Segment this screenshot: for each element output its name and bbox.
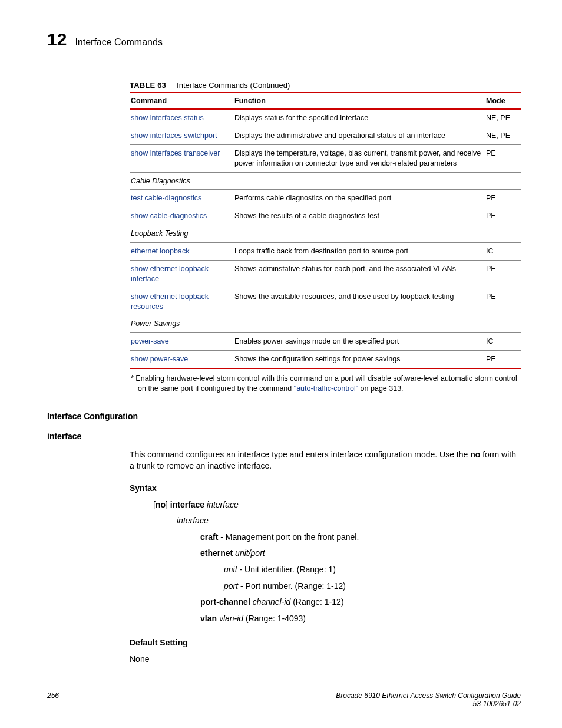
syntax-arg: interface <box>204 500 239 509</box>
table-row: show interfaces switchportDisplays the a… <box>130 127 521 144</box>
command-link[interactable]: show ethernet loopback resources <box>131 292 209 311</box>
syntax-no: no <box>156 500 166 509</box>
command-cell: show interfaces transceiver <box>130 144 233 172</box>
default-setting-heading: Default Setting <box>130 637 521 649</box>
pc-kw: port-channel <box>200 597 250 607</box>
mode-cell: PE <box>485 190 521 207</box>
table-row: show interfaces transceiverDisplays the … <box>130 144 521 172</box>
command-cell: show cable-diagnostics <box>130 207 233 225</box>
table-body: show interfaces statusDisplays status fo… <box>130 109 521 368</box>
mode-cell: PE <box>485 260 521 288</box>
unit-desc: - Unit identifier. (Range: 1) <box>237 565 336 574</box>
chapter-number: 12 <box>47 29 67 50</box>
col-command: Command <box>130 93 233 109</box>
table-wrap: TABLE 63 Interface Commands (Continued) … <box>130 81 521 394</box>
table-caption: TABLE 63 Interface Commands (Continued) <box>130 81 521 90</box>
table-row: show interfaces statusDisplays status fo… <box>130 109 521 127</box>
chapter-title: Interface Commands <box>75 37 163 48</box>
command-cell: show power-save <box>130 351 233 368</box>
command-link[interactable]: show cable-diagnostics <box>131 212 207 220</box>
table-group-row: Power Savings <box>130 315 521 333</box>
port-line: port - Port number. (Range: 1-12) <box>224 581 521 592</box>
page: 12 Interface Commands TABLE 63 Interface… <box>0 0 562 728</box>
footnote-text-post: on page 313. <box>358 384 403 393</box>
port-kw: port <box>224 581 238 591</box>
function-cell: Shows the available resources, and those… <box>233 288 485 315</box>
unit-kw: unit <box>224 565 237 574</box>
command-link[interactable]: show interfaces status <box>131 114 204 122</box>
command-cell: ethernet loopback <box>130 243 233 261</box>
command-cell: show ethernet loopback interface <box>130 260 233 288</box>
craft-line: craft - Management port on the front pan… <box>200 532 521 543</box>
syntax-block: Syntax [no] interface interface interfac… <box>130 483 521 666</box>
syntax-cmd: interface <box>170 500 204 509</box>
command-cell: show ethernet loopback resources <box>130 288 233 315</box>
command-link[interactable]: ethernet loopback <box>131 247 189 255</box>
vlan-line: vlan vlan-id (Range: 1-4093) <box>200 613 521 625</box>
mode-cell: IC <box>485 333 521 351</box>
command-link[interactable]: show power-save <box>131 355 188 363</box>
footer-right: Brocade 6910 Ethernet Access Switch Conf… <box>336 691 521 708</box>
command-link[interactable]: show interfaces transceiver <box>131 149 220 157</box>
default-setting-value: None <box>130 654 521 666</box>
mode-cell: IC <box>485 243 521 261</box>
vlan-arg: vlan-id <box>217 614 243 623</box>
table-group-row: Cable Diagnostics <box>130 172 521 190</box>
syntax-heading: Syntax <box>130 483 521 495</box>
page-header: 12 Interface Commands <box>47 29 521 51</box>
table-number: TABLE 63 <box>130 81 166 90</box>
mode-cell: PE <box>485 288 521 315</box>
ethernet-line: ethernet unit/port <box>200 548 521 559</box>
mode-cell: NE, PE <box>485 127 521 144</box>
footnote-link[interactable]: "auto-traffic-control" <box>294 384 358 393</box>
doc-title: Brocade 6910 Ethernet Access Switch Conf… <box>336 691 521 700</box>
table-row: test cable-diagnosticsPerforms cable dia… <box>130 190 521 207</box>
col-function: Function <box>233 93 485 109</box>
mode-cell: PE <box>485 351 521 368</box>
pc-arg: channel-id <box>250 597 291 607</box>
command-link[interactable]: show ethernet loopback interface <box>131 265 209 283</box>
table-row: show power-saveShows the configuration s… <box>130 351 521 368</box>
command-link[interactable]: power-save <box>131 337 169 345</box>
table-row: show ethernet loopback interfaceShows ad… <box>130 260 521 288</box>
command-description: This command configures an interface typ… <box>130 449 521 472</box>
function-cell: Loops traffic back from destination port… <box>233 243 485 261</box>
command-link[interactable]: show interfaces switchport <box>131 131 217 140</box>
group-label: Cable Diagnostics <box>130 172 521 190</box>
pc-range: (Range: 1-12) <box>290 597 343 607</box>
ethernet-kw: ethernet <box>200 548 233 558</box>
table-row: power-saveEnables power savings mode on … <box>130 333 521 351</box>
command-cell: show interfaces status <box>130 109 233 127</box>
command-link[interactable]: test cable-diagnostics <box>131 194 201 202</box>
desc-pre: This command configures an interface typ… <box>130 450 470 459</box>
section-interface-configuration: Interface Configuration <box>47 411 521 421</box>
unit-line: unit - Unit identifier. (Range: 1) <box>224 564 521 576</box>
doc-number: 53-1002651-02 <box>336 700 521 708</box>
craft-desc: - Management port on the front panel. <box>218 532 359 542</box>
table-group-row: Loopback Testing <box>130 225 521 243</box>
bracket-close: ] <box>166 500 170 509</box>
vlan-kw: vlan <box>200 614 217 623</box>
vlan-range: (Range: 1-4093) <box>243 614 306 623</box>
port-desc: - Port number. (Range: 1-12) <box>238 581 346 591</box>
table-header-row: Command Function Mode <box>130 93 521 109</box>
function-cell: Shows the results of a cable diagnostics… <box>233 207 485 225</box>
command-cell: test cable-diagnostics <box>130 190 233 207</box>
table-footnote: * Enabling hardware-level storm control … <box>130 374 521 394</box>
function-cell: Displays status for the specified interf… <box>233 109 485 127</box>
interface-arg: interface <box>177 515 521 527</box>
command-cell: show interfaces switchport <box>130 127 233 144</box>
page-footer: 256 Brocade 6910 Ethernet Access Switch … <box>47 691 521 708</box>
page-number: 256 <box>47 691 59 708</box>
function-cell: Performs cable diagnostics on the specif… <box>233 190 485 207</box>
group-label: Power Savings <box>130 315 521 333</box>
function-cell: Displays the temperature, voltage, bias … <box>233 144 485 172</box>
command-cell: power-save <box>130 333 233 351</box>
function-cell: Shows the configuration settings for pow… <box>233 351 485 368</box>
function-cell: Enables power savings mode on the specif… <box>233 333 485 351</box>
table-title: Interface Commands (Continued) <box>177 81 290 90</box>
craft-kw: craft <box>200 532 218 542</box>
table-row: ethernet loopbackLoops traffic back from… <box>130 243 521 261</box>
port-channel-line: port-channel channel-id (Range: 1-12) <box>200 597 521 608</box>
commands-table: Command Function Mode show interfaces st… <box>130 92 521 369</box>
